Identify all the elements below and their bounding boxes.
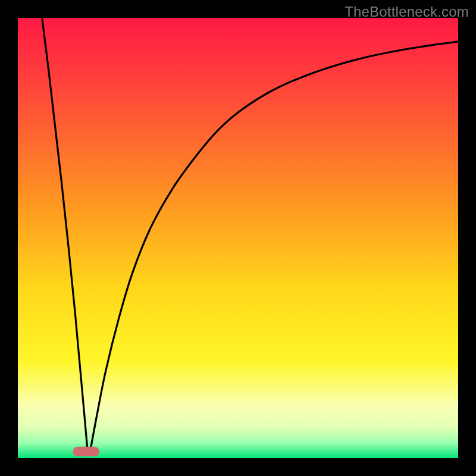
plot-area — [18, 18, 458, 458]
chart-svg — [18, 18, 458, 458]
watermark-text: TheBottleneck.com — [345, 4, 469, 20]
gradient-background — [18, 18, 458, 458]
lowpoint-marker — [73, 447, 99, 456]
chart-frame: TheBottleneck.com — [0, 0, 476, 476]
